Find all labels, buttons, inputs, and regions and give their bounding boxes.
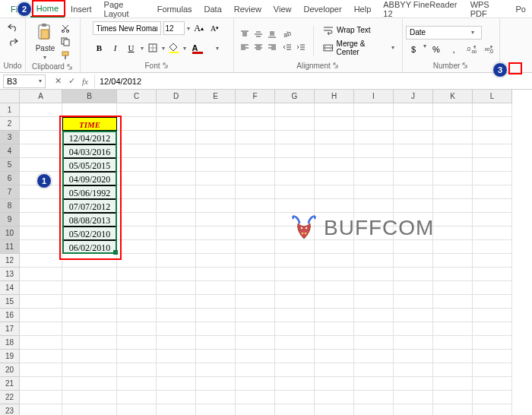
cell[interactable] [157,377,196,391]
format-painter-button[interactable] [59,49,71,62]
cell[interactable] [354,295,394,309]
cell[interactable] [117,158,157,172]
tab-data[interactable]: Data [198,2,228,17]
number-dialog-launcher[interactable] [461,62,469,69]
cell[interactable] [236,336,275,350]
cell[interactable] [236,172,275,185]
cell[interactable] [236,254,275,268]
cell[interactable] [196,172,236,185]
cell[interactable] [62,309,117,322]
font-dialog-launcher[interactable] [162,62,169,69]
decrease-indent-button[interactable] [281,42,293,52]
cell[interactable] [433,254,473,268]
cell[interactable] [275,281,315,295]
cell[interactable] [117,131,157,144]
cell[interactable] [394,391,433,404]
cell[interactable] [117,404,157,415]
cell[interactable] [473,117,512,131]
cell[interactable] [117,322,157,336]
cell[interactable] [196,131,236,144]
cell[interactable] [275,254,315,268]
cell[interactable] [315,404,354,415]
cell[interactable] [473,254,512,268]
cell[interactable] [394,131,433,144]
cell[interactable] [473,199,512,213]
cell[interactable] [354,336,394,350]
col-header-A[interactable]: A [20,90,62,103]
tab-formulas[interactable]: Formulas [151,2,198,17]
cell[interactable] [473,377,512,391]
cell[interactable] [236,350,275,363]
cell[interactable] [473,391,512,404]
row-header[interactable]: 12 [0,254,20,268]
cell[interactable] [236,404,275,415]
cell[interactable] [354,103,394,117]
cell[interactable] [236,185,275,199]
cell[interactable] [62,295,117,309]
cell[interactable] [473,309,512,322]
row-header[interactable]: 5 [0,158,20,172]
cell[interactable] [20,268,62,281]
cell[interactable] [354,144,394,158]
enter-formula-button[interactable]: ✓ [65,75,78,87]
align-right-button[interactable] [266,42,278,52]
cell[interactable] [433,268,473,281]
cell[interactable] [236,103,275,117]
cell[interactable] [196,281,236,295]
cell[interactable] [433,117,473,131]
cell[interactable] [117,172,157,185]
cell[interactable] [354,377,394,391]
tab-insert[interactable]: Insert [65,2,98,17]
cell[interactable] [275,404,315,415]
tab-view[interactable]: View [268,2,298,17]
cell[interactable] [354,185,394,199]
row-header[interactable]: 11 [0,240,20,254]
cell[interactable] [433,213,473,227]
cell[interactable] [117,377,157,391]
row-header[interactable]: 21 [0,377,20,391]
cell[interactable] [275,391,315,404]
name-box[interactable]: B3▾ [3,74,46,88]
row-header[interactable]: 15 [0,295,20,309]
cell[interactable] [196,254,236,268]
cell[interactable] [117,144,157,158]
cell[interactable]: 05/02/2010 [62,227,117,240]
cell[interactable] [62,404,117,415]
cell[interactable] [236,295,275,309]
row-header[interactable]: 3 [0,131,20,144]
insert-function-button[interactable]: fx [79,75,91,87]
col-header-H[interactable]: H [315,90,354,103]
fill-color-button[interactable] [167,41,181,55]
orientation-button[interactable]: ab [281,29,293,40]
cell[interactable] [20,199,62,213]
percent-format-button[interactable]: % [429,43,444,56]
cell[interactable] [196,213,236,227]
cell[interactable] [394,377,433,391]
cell[interactable] [394,281,433,295]
cell[interactable] [473,185,512,199]
cell[interactable] [236,213,275,227]
cell[interactable] [394,144,433,158]
cell[interactable] [20,103,62,117]
redo-button[interactable] [7,36,19,48]
cell[interactable] [196,295,236,309]
wrap-text-button[interactable]: Wrap Text [320,25,397,36]
cell[interactable] [315,131,354,144]
cell[interactable] [236,131,275,144]
cell[interactable] [354,363,394,377]
row-header[interactable]: 19 [0,350,20,363]
cell[interactable] [473,268,512,281]
cell[interactable]: 04/03/2016 [62,144,117,158]
cell[interactable] [315,363,354,377]
cell[interactable] [117,117,157,131]
cell[interactable] [473,144,512,158]
tab-help[interactable]: Help [348,2,378,17]
cell[interactable] [433,281,473,295]
underline-button[interactable]: U [125,41,138,55]
cell[interactable] [20,336,62,350]
row-header[interactable]: 7 [0,185,20,199]
cell[interactable] [315,117,354,131]
paste-button[interactable]: Paste ▾ [34,21,57,62]
tab-developer[interactable]: Developer [298,2,348,17]
cell[interactable] [354,158,394,172]
